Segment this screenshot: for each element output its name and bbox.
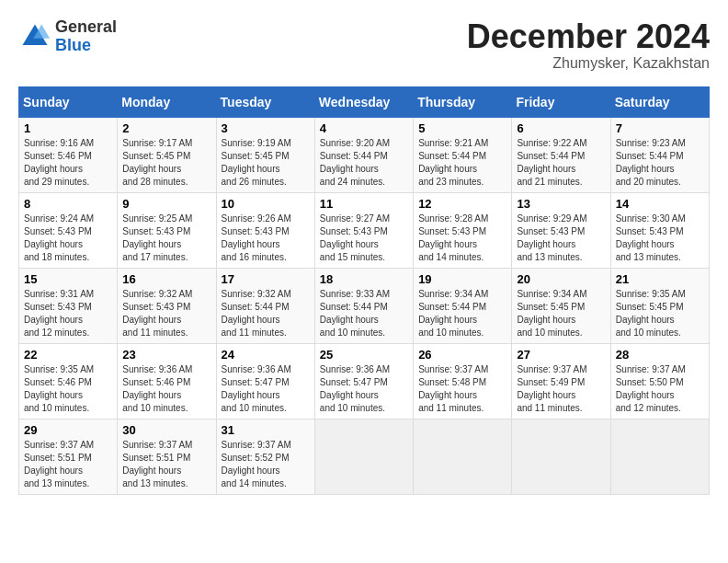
title-block: December 2024 Zhumysker, Kazakhstan xyxy=(467,18,710,72)
day-number: 20 xyxy=(517,272,605,286)
day-info: Sunrise: 9:35 AMSunset: 5:45 PMDaylight … xyxy=(616,289,686,338)
calendar-cell: 14 Sunrise: 9:30 AMSunset: 5:43 PMDaylig… xyxy=(610,192,709,268)
day-number: 15 xyxy=(24,272,112,286)
calendar-cell: 29 Sunrise: 9:37 AMSunset: 5:51 PMDaylig… xyxy=(19,419,118,494)
day-info: Sunrise: 9:20 AMSunset: 5:44 PMDaylight … xyxy=(320,138,390,187)
calendar-cell: 10 Sunrise: 9:26 AMSunset: 5:43 PMDaylig… xyxy=(216,192,314,268)
day-info: Sunrise: 9:28 AMSunset: 5:43 PMDaylight … xyxy=(418,213,488,262)
calendar-cell: 28 Sunrise: 9:37 AMSunset: 5:50 PMDaylig… xyxy=(610,343,709,419)
day-info: Sunrise: 9:19 AMSunset: 5:45 PMDaylight … xyxy=(222,138,291,187)
logo-general-text: General xyxy=(55,17,117,36)
calendar-cell: 9 Sunrise: 9:25 AMSunset: 5:43 PMDayligh… xyxy=(118,192,216,268)
day-info: Sunrise: 9:34 AMSunset: 5:45 PMDaylight … xyxy=(517,289,586,338)
day-number: 2 xyxy=(122,121,210,135)
calendar-cell: 25 Sunrise: 9:36 AMSunset: 5:47 PMDaylig… xyxy=(314,343,413,419)
day-number: 6 xyxy=(517,121,605,135)
calendar-cell: 11 Sunrise: 9:27 AMSunset: 5:43 PMDaylig… xyxy=(314,192,413,268)
day-info: Sunrise: 9:32 AMSunset: 5:44 PMDaylight … xyxy=(222,289,291,338)
day-info: Sunrise: 9:33 AMSunset: 5:44 PMDaylight … xyxy=(320,289,390,338)
day-number: 31 xyxy=(222,423,310,437)
weekday-header-tuesday: Tuesday xyxy=(216,86,314,117)
day-number: 26 xyxy=(418,348,506,362)
page-header: General Blue December 2024 Zhumysker, Ka… xyxy=(18,18,710,72)
logo-icon xyxy=(18,20,51,53)
calendar-week-row: 22 Sunrise: 9:35 AMSunset: 5:46 PMDaylig… xyxy=(19,343,710,419)
calendar-week-row: 15 Sunrise: 9:31 AMSunset: 5:43 PMDaylig… xyxy=(19,268,710,343)
day-info: Sunrise: 9:36 AMSunset: 5:47 PMDaylight … xyxy=(320,364,390,413)
calendar-cell: 8 Sunrise: 9:24 AMSunset: 5:43 PMDayligh… xyxy=(19,192,118,268)
day-number: 23 xyxy=(122,348,210,362)
day-number: 19 xyxy=(418,272,506,286)
day-number: 10 xyxy=(222,197,310,211)
calendar-cell: 7 Sunrise: 9:23 AMSunset: 5:44 PMDayligh… xyxy=(610,117,709,192)
day-number: 30 xyxy=(122,423,210,437)
calendar-cell: 15 Sunrise: 9:31 AMSunset: 5:43 PMDaylig… xyxy=(19,268,118,343)
calendar-cell: 26 Sunrise: 9:37 AMSunset: 5:48 PMDaylig… xyxy=(414,343,512,419)
weekday-header-sunday: Sunday xyxy=(19,86,118,117)
weekday-header-wednesday: Wednesday xyxy=(314,86,413,117)
day-number: 4 xyxy=(320,121,408,135)
calendar-cell: 16 Sunrise: 9:32 AMSunset: 5:43 PMDaylig… xyxy=(118,268,216,343)
calendar-cell: 24 Sunrise: 9:36 AMSunset: 5:47 PMDaylig… xyxy=(216,343,314,419)
day-info: Sunrise: 9:16 AMSunset: 5:46 PMDaylight … xyxy=(24,138,94,187)
day-number: 27 xyxy=(517,348,605,362)
calendar-cell: 5 Sunrise: 9:21 AMSunset: 5:44 PMDayligh… xyxy=(414,117,512,192)
calendar-cell: 23 Sunrise: 9:36 AMSunset: 5:46 PMDaylig… xyxy=(118,343,216,419)
calendar-cell: 27 Sunrise: 9:37 AMSunset: 5:49 PMDaylig… xyxy=(512,343,610,419)
day-number: 29 xyxy=(24,423,112,437)
day-number: 28 xyxy=(616,348,704,362)
day-number: 21 xyxy=(616,272,704,286)
day-info: Sunrise: 9:36 AMSunset: 5:47 PMDaylight … xyxy=(222,364,291,413)
day-info: Sunrise: 9:26 AMSunset: 5:43 PMDaylight … xyxy=(222,213,291,262)
day-number: 9 xyxy=(122,197,210,211)
day-number: 8 xyxy=(24,197,112,211)
day-info: Sunrise: 9:37 AMSunset: 5:48 PMDaylight … xyxy=(418,364,488,413)
calendar-cell: 19 Sunrise: 9:34 AMSunset: 5:44 PMDaylig… xyxy=(414,268,512,343)
day-number: 3 xyxy=(222,121,310,135)
calendar-table: SundayMondayTuesdayWednesdayThursdayFrid… xyxy=(18,86,710,495)
day-number: 22 xyxy=(24,348,112,362)
day-info: Sunrise: 9:37 AMSunset: 5:49 PMDaylight … xyxy=(517,364,586,413)
calendar-cell: 3 Sunrise: 9:19 AMSunset: 5:45 PMDayligh… xyxy=(216,117,314,192)
day-number: 11 xyxy=(320,197,408,211)
day-number: 13 xyxy=(517,197,605,211)
weekday-header-saturday: Saturday xyxy=(610,86,709,117)
day-number: 18 xyxy=(320,272,408,286)
logo-blue-text: Blue xyxy=(55,36,91,54)
calendar-cell xyxy=(512,419,610,494)
day-info: Sunrise: 9:25 AMSunset: 5:43 PMDaylight … xyxy=(122,213,192,262)
calendar-cell: 20 Sunrise: 9:34 AMSunset: 5:45 PMDaylig… xyxy=(512,268,610,343)
calendar-cell: 30 Sunrise: 9:37 AMSunset: 5:51 PMDaylig… xyxy=(118,419,216,494)
day-info: Sunrise: 9:29 AMSunset: 5:43 PMDaylight … xyxy=(517,213,586,262)
logo: General Blue xyxy=(18,18,117,55)
day-number: 25 xyxy=(320,348,408,362)
calendar-week-row: 8 Sunrise: 9:24 AMSunset: 5:43 PMDayligh… xyxy=(19,192,710,268)
day-info: Sunrise: 9:37 AMSunset: 5:51 PMDaylight … xyxy=(122,440,192,488)
day-info: Sunrise: 9:17 AMSunset: 5:45 PMDaylight … xyxy=(122,138,192,187)
calendar-cell xyxy=(414,419,512,494)
day-info: Sunrise: 9:32 AMSunset: 5:43 PMDaylight … xyxy=(122,289,192,338)
day-number: 17 xyxy=(222,272,310,286)
calendar-cell: 1 Sunrise: 9:16 AMSunset: 5:46 PMDayligh… xyxy=(19,117,118,192)
weekday-header-friday: Friday xyxy=(512,86,610,117)
calendar-cell xyxy=(610,419,709,494)
day-info: Sunrise: 9:22 AMSunset: 5:44 PMDaylight … xyxy=(517,138,586,187)
day-info: Sunrise: 9:36 AMSunset: 5:46 PMDaylight … xyxy=(122,364,192,413)
day-info: Sunrise: 9:30 AMSunset: 5:43 PMDaylight … xyxy=(616,213,686,262)
day-number: 14 xyxy=(616,197,704,211)
day-number: 16 xyxy=(122,272,210,286)
calendar-cell: 2 Sunrise: 9:17 AMSunset: 5:45 PMDayligh… xyxy=(118,117,216,192)
calendar-cell xyxy=(314,419,413,494)
day-info: Sunrise: 9:23 AMSunset: 5:44 PMDaylight … xyxy=(616,138,686,187)
day-info: Sunrise: 9:34 AMSunset: 5:44 PMDaylight … xyxy=(418,289,488,338)
day-info: Sunrise: 9:37 AMSunset: 5:50 PMDaylight … xyxy=(616,364,686,413)
day-info: Sunrise: 9:24 AMSunset: 5:43 PMDaylight … xyxy=(24,213,94,262)
day-info: Sunrise: 9:37 AMSunset: 5:51 PMDaylight … xyxy=(24,440,94,488)
month-title: December 2024 xyxy=(467,18,710,55)
calendar-cell: 21 Sunrise: 9:35 AMSunset: 5:45 PMDaylig… xyxy=(610,268,709,343)
day-info: Sunrise: 9:35 AMSunset: 5:46 PMDaylight … xyxy=(24,364,94,413)
calendar-cell: 4 Sunrise: 9:20 AMSunset: 5:44 PMDayligh… xyxy=(314,117,413,192)
day-number: 5 xyxy=(418,121,506,135)
day-info: Sunrise: 9:27 AMSunset: 5:43 PMDaylight … xyxy=(320,213,390,262)
weekday-header-monday: Monday xyxy=(118,86,216,117)
